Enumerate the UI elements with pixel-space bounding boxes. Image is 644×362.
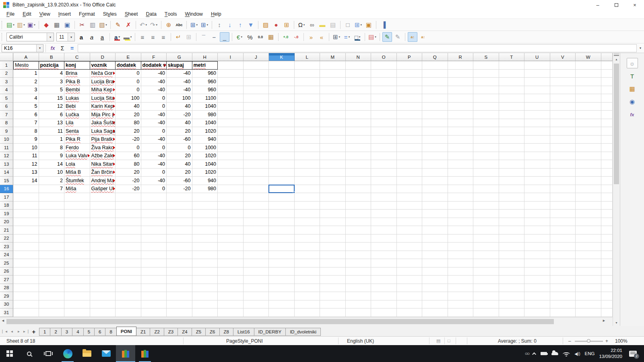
cell-R18[interactable] — [448, 202, 474, 210]
cell-X28[interactable] — [601, 284, 613, 292]
cell-I14[interactable] — [218, 169, 244, 177]
cell-K22[interactable] — [269, 234, 295, 243]
cell-P23[interactable] — [397, 243, 423, 251]
cell-V10[interactable] — [550, 136, 576, 144]
cell-T31[interactable] — [499, 309, 525, 317]
sheet-tab-Z8[interactable]: Z8 — [219, 328, 233, 336]
cell-H26[interactable] — [192, 267, 218, 276]
cell-N29[interactable] — [346, 292, 372, 300]
cell-Q29[interactable] — [422, 292, 448, 300]
cell-T2[interactable] — [499, 70, 525, 78]
review-pen-icon[interactable]: ✎ — [393, 32, 402, 42]
cell-J24[interactable] — [244, 251, 269, 259]
cell-H11[interactable]: 1000 — [192, 144, 218, 152]
cell-U19[interactable] — [524, 210, 550, 218]
cell-O31[interactable] — [371, 309, 397, 317]
column-header-R[interactable]: R — [448, 53, 474, 61]
cell-R1[interactable] — [448, 61, 474, 70]
cell-W6[interactable] — [576, 103, 601, 111]
cell-M29[interactable] — [320, 292, 346, 300]
cell-U18[interactable] — [524, 202, 550, 210]
cell-U29[interactable] — [524, 292, 550, 300]
cell-X15[interactable] — [601, 177, 613, 185]
row-header-13[interactable]: 13 — [0, 160, 13, 169]
underline-icon[interactable]: a — [97, 32, 107, 42]
cell-P25[interactable] — [397, 259, 423, 267]
cell-K31[interactable] — [269, 309, 295, 317]
sheet-tab-Z5[interactable]: Z5 — [192, 328, 206, 336]
cell-R3[interactable] — [448, 78, 474, 86]
maximize-button[interactable] — [607, 0, 625, 10]
cell-N16[interactable] — [346, 185, 372, 193]
row-header-9[interactable]: 9 — [0, 127, 13, 136]
menu-insert[interactable]: Insert — [54, 10, 75, 19]
expand-formula-bar-icon[interactable]: ▾ — [637, 44, 644, 53]
align-right-icon[interactable]: ≡ — [159, 32, 168, 42]
cell-A6[interactable]: 5 — [13, 103, 39, 111]
cell-D1[interactable]: voznik — [90, 61, 116, 70]
cell-R15[interactable] — [448, 177, 474, 185]
cell-J15[interactable] — [244, 177, 269, 185]
cell-U14[interactable] — [524, 169, 550, 177]
styles-icon[interactable]: T — [627, 71, 638, 81]
show-draw-functions-icon[interactable]: ▤ — [328, 20, 338, 30]
onedrive-cloud-icon[interactable] — [551, 352, 558, 355]
cell-U24[interactable] — [524, 251, 550, 259]
cell-B24[interactable] — [39, 251, 65, 259]
cell-P6[interactable] — [397, 103, 423, 111]
cell-Q4[interactable] — [422, 86, 448, 95]
align-top-icon[interactable]: ¯ — [199, 32, 208, 42]
row-header-7[interactable]: 7 — [0, 111, 13, 119]
cell-E16[interactable]: -20 — [116, 185, 141, 193]
cell-S12[interactable] — [473, 152, 499, 160]
trio-office-app-active[interactable] — [116, 345, 135, 362]
cell-N28[interactable] — [346, 284, 372, 292]
cell-T28[interactable] — [499, 284, 525, 292]
cell-K9[interactable] — [269, 127, 295, 136]
cell-M17[interactable] — [320, 193, 346, 202]
cell-G30[interactable] — [167, 300, 192, 309]
cell-M8[interactable] — [320, 119, 346, 128]
cell-D21[interactable] — [90, 226, 116, 234]
cell-U12[interactable] — [524, 152, 550, 160]
cell-E22[interactable] — [116, 234, 141, 243]
cell-B1[interactable]: pozicija — [39, 61, 65, 70]
edit-pen-icon[interactable]: ✎ — [382, 32, 392, 42]
cell-B31[interactable] — [39, 309, 65, 317]
column-header-H[interactable]: H — [192, 53, 218, 61]
cell-T21[interactable] — [499, 226, 525, 234]
scroll-right-icon[interactable]: ► — [602, 319, 606, 323]
cell-I26[interactable] — [218, 267, 244, 276]
cell-R8[interactable] — [448, 119, 474, 128]
sheet-tab-1[interactable]: 1 — [39, 328, 50, 336]
task-view-button[interactable] — [39, 345, 58, 362]
cell-L3[interactable] — [295, 78, 320, 86]
cell-B6[interactable]: 12 — [39, 103, 65, 111]
cell-M16[interactable] — [320, 185, 346, 193]
navigator-icon[interactable]: ◉ — [627, 97, 638, 107]
cell-O4[interactable] — [371, 86, 397, 95]
cell-L26[interactable] — [295, 267, 320, 276]
merge-cells-icon[interactable]: ⊞ — [184, 32, 194, 42]
cell-F16[interactable]: 0 — [141, 185, 167, 193]
cell-I20[interactable] — [218, 218, 244, 226]
cell-G17[interactable] — [167, 193, 192, 202]
cell-W23[interactable] — [576, 243, 601, 251]
row-header-14[interactable]: 14 — [0, 169, 13, 177]
cell-G10[interactable]: -60 — [167, 136, 192, 144]
cell-N24[interactable] — [346, 251, 372, 259]
cell-W27[interactable] — [576, 276, 601, 284]
cell-N1[interactable] — [346, 61, 372, 70]
cell-I27[interactable] — [218, 276, 244, 284]
gallery-icon[interactable]: ▦ — [627, 84, 638, 94]
cell-W2[interactable] — [576, 70, 601, 78]
cell-E20[interactable] — [116, 218, 141, 226]
chevron-down-icon[interactable]: ▾ — [207, 23, 208, 27]
horizontal-scrollbar[interactable]: ◄ ► — [0, 317, 613, 326]
cell-U3[interactable] — [524, 78, 550, 86]
cell-C19[interactable] — [64, 210, 90, 218]
cell-D19[interactable] — [90, 210, 116, 218]
print-preview-icon[interactable]: ▣ — [62, 20, 72, 30]
cell-M3[interactable] — [320, 78, 346, 86]
cell-B14[interactable]: 10 — [39, 169, 65, 177]
